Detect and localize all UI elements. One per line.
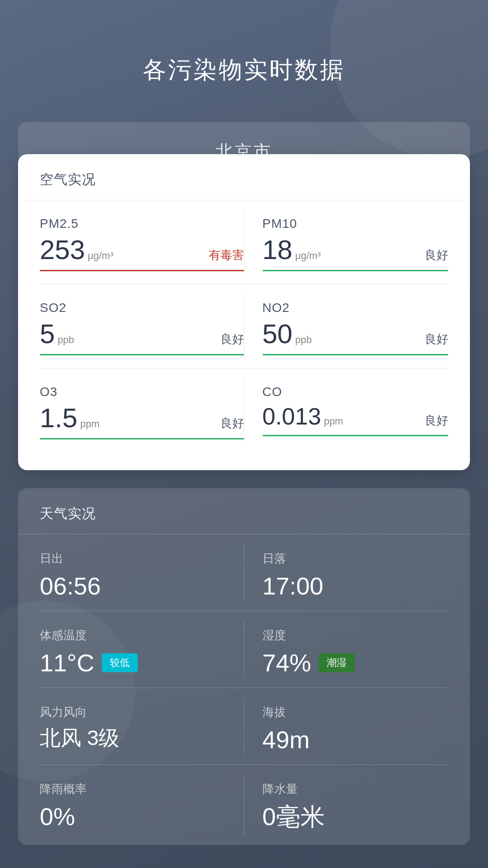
pollutant-pm10: PM10 18 μg/m³ 良好 bbox=[244, 200, 449, 284]
weather-card-title: 天气实况 bbox=[40, 488, 448, 534]
air-quality-card: 空气实况 PM2.5 253 μg/m³ 有毒害 PM10 bbox=[18, 154, 470, 470]
weather-sunset: 日落 17:00 bbox=[244, 534, 449, 611]
page-title: 各污染物实时数据 bbox=[0, 0, 488, 122]
pollutant-no2: NO2 50 ppb 良好 bbox=[244, 284, 449, 368]
weather-altitude: 海拔 49m bbox=[244, 688, 449, 764]
weather-wind: 风力风向 北风 3级 bbox=[40, 688, 244, 764]
weather-precipitation: 降水量 0毫米 bbox=[244, 765, 449, 845]
weather-humidity: 湿度 74% 潮湿 bbox=[244, 611, 449, 688]
pollutant-so2: SO2 5 ppb 良好 bbox=[40, 284, 244, 368]
pollutant-o3: O3 1.5 ppm 良好 bbox=[40, 368, 244, 452]
weather-card: 天气实况 日出 06:56 日落 17:00 体感温度 bbox=[18, 488, 470, 845]
pollutant-pm25: PM2.5 253 μg/m³ 有毒害 bbox=[40, 200, 244, 284]
o3-status-bar bbox=[40, 438, 244, 439]
weather-feels-like: 体感温度 11°C 较低 bbox=[40, 611, 244, 688]
pm10-status-bar bbox=[263, 270, 449, 271]
feels-like-badge: 较低 bbox=[102, 653, 138, 672]
humidity-badge: 潮湿 bbox=[319, 653, 355, 672]
so2-status-bar bbox=[40, 354, 244, 355]
no2-status-bar bbox=[263, 354, 449, 355]
weather-grid: 日出 06:56 日落 17:00 体感温度 11°C 较低 bbox=[40, 534, 448, 845]
weather-sunrise: 日出 06:56 bbox=[40, 534, 244, 611]
pm25-status-bar bbox=[40, 270, 244, 271]
pollutants-grid: PM2.5 253 μg/m³ 有毒害 PM10 18 μg/m³ bbox=[40, 200, 448, 452]
weather-rain-prob: 降雨概率 0% bbox=[40, 765, 244, 845]
pollutant-co: CO 0.013 ppm 良好 bbox=[244, 368, 449, 452]
co-status-bar bbox=[263, 435, 449, 436]
